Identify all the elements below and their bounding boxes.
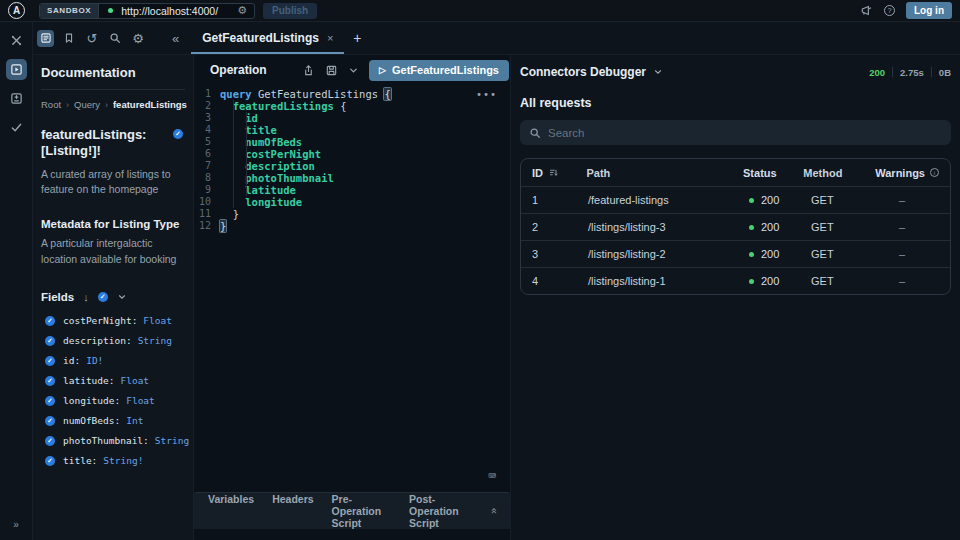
code-text: title [220,124,277,136]
table-row[interactable]: 3/listings/listing-2200GET– [521,240,950,267]
query-editor[interactable]: 1query GetFeaturedListings {2 featuredLi… [194,85,510,492]
field-item[interactable]: ✓longitude:Float [41,391,185,411]
fields-check-badge-icon[interactable]: ✓ [98,292,108,302]
code-line[interactable]: 6 costPerNight [194,148,510,160]
code-line[interactable]: 12} [194,220,510,232]
breadcrumb-item[interactable]: Root [41,99,61,110]
column-header-method[interactable]: Method [803,167,875,179]
run-operation-button[interactable]: ▷ GetFeaturedListings [369,60,509,81]
code-line[interactable]: 2 featuredListings { [194,100,510,112]
endpoint-settings-gear-icon[interactable]: ⚙ [230,5,254,16]
line-number: 7 [194,160,220,172]
cell-method: GET [811,221,885,233]
column-header-id[interactable]: ID [532,167,586,179]
footer-tab-variables[interactable]: Variables [208,493,254,529]
code-line[interactable]: 11 } [194,208,510,220]
field-item[interactable]: ✓photoThumbnail:String [41,431,185,451]
share-operation-icon[interactable] [302,64,315,77]
member-type[interactable]: [Listing!]! [41,143,167,159]
code-token: photoThumbnail [245,172,334,184]
collapse-panel-icon[interactable]: « [172,31,179,46]
response-status-code: 200 [869,67,885,78]
footer-tab-post-operation-script[interactable]: Post-Operation Script [409,493,472,529]
footer-tab-pre-operation-script[interactable]: Pre-Operation Script [332,493,391,529]
fields-sort-arrow-icon[interactable]: ↓ [83,291,89,303]
field-item[interactable]: ✓id:ID! [41,351,185,371]
search-input[interactable] [548,127,942,139]
code-line[interactable]: 5 numOfBeds [194,136,510,148]
breadcrumb-separator-icon: › [105,100,108,110]
check-badge-icon: ✓ [173,129,183,139]
save-operation-icon[interactable] [325,64,338,77]
debugger-chevron-down-icon[interactable] [653,67,663,77]
apollo-logo[interactable]: A [0,2,33,19]
keyboard-shortcuts-icon[interactable]: ⌨ [488,469,496,482]
table-row[interactable]: 1/featured-listings200GET– [521,186,950,213]
operations-panel-icon[interactable] [37,30,54,47]
code-line[interactable]: 3 id [194,112,510,124]
cell-id: 1 [532,194,588,206]
sort-icon[interactable] [549,168,558,177]
check-badge-icon: ✓ [45,396,55,406]
operation-footer-bar: VariablesHeadersPre-Operation ScriptPost… [194,492,510,529]
schema-diff-icon[interactable] [6,88,27,109]
tab-getfeaturedlistings[interactable]: GetFeaturedListings × [191,22,344,54]
op-footer-tabs: VariablesHeadersPre-Operation ScriptPost… [208,493,490,529]
checks-icon[interactable] [6,117,27,138]
request-search-box[interactable] [520,120,951,145]
log-in-button[interactable]: Log in [906,2,952,19]
top-bar: A SANDBOX http://localhost:4000/ ⚙ Publi… [0,0,960,22]
explorer-run-icon[interactable] [6,59,27,80]
editor-menu-ellipsis-icon[interactable]: ••• [476,90,497,100]
fields-chevron-down-icon[interactable] [117,292,127,302]
tab-label: GetFeaturedListings [202,31,319,45]
cell-warnings: – [885,221,939,233]
column-header-warnings[interactable]: Warnings i [875,167,939,179]
settings-gear-icon[interactable]: ⚙ [127,31,149,46]
field-name: costPerNight: [63,315,137,326]
footer-tab-headers[interactable]: Headers [272,493,313,529]
breadcrumb-item[interactable]: Query [74,99,100,110]
code-line[interactable]: 9 latitude [194,184,510,196]
code-token: { [384,88,390,100]
new-tab-button[interactable]: + [353,31,361,45]
code-line[interactable]: 4 title [194,124,510,136]
table-row[interactable]: 2/listings/listing-3200GET– [521,213,950,240]
debugger-header: Connectors Debugger 200 2.75s 0B [520,65,951,79]
announcements-megaphone-icon[interactable] [860,4,873,17]
code-line[interactable]: 8 photoThumbnail [194,172,510,184]
cell-path: /featured-listings [588,194,749,206]
sandbox-badge: SANDBOX [40,4,99,18]
cell-warnings: – [885,275,939,287]
tools-wrench-icon[interactable] [6,30,27,51]
code-line[interactable]: 1query GetFeaturedListings { [194,88,510,100]
field-item[interactable]: ✓title:String! [41,451,185,471]
code-text: photoThumbnail [220,172,334,184]
member-heading: featuredListings: [Listing!]! ✓ [41,127,185,159]
field-item[interactable]: ✓description:String [41,331,185,351]
saved-operations-bookmark-icon[interactable] [58,32,80,44]
field-item[interactable]: ✓latitude:Float [41,371,185,391]
endpoint-url-input[interactable]: http://localhost:4000/ [121,5,230,17]
column-header-status[interactable]: Status [743,167,803,179]
operation-options-chevron-icon[interactable] [348,65,359,76]
collapse-footer-chevrons-icon[interactable]: » [487,508,499,514]
breadcrumb-item[interactable]: featuredListings [113,99,187,110]
warnings-info-icon[interactable]: i [930,168,939,177]
tab-close-icon[interactable]: × [327,33,333,44]
publish-button[interactable]: Publish [263,3,317,19]
column-header-path[interactable]: Path [586,167,743,179]
endpoint-url-group[interactable]: SANDBOX http://localhost:4000/ ⚙ [39,3,255,19]
field-item[interactable]: ✓costPerNight:Float [41,311,185,331]
expand-sidebar-icon[interactable]: » [13,519,19,530]
code-line[interactable]: 10 longitude [194,196,510,208]
code-line[interactable]: 7 description [194,160,510,172]
history-icon[interactable]: ↺ [81,31,103,46]
field-item[interactable]: ✓numOfBeds:Int [41,411,185,431]
field-type: Float [126,395,155,406]
help-icon[interactable]: ? [884,5,895,16]
table-row[interactable]: 4/listings/listing-1200GET– [521,267,950,294]
cell-path: /listings/listing-1 [588,275,749,287]
search-icon[interactable] [104,32,126,44]
code-token: numOfBeds [245,136,302,148]
